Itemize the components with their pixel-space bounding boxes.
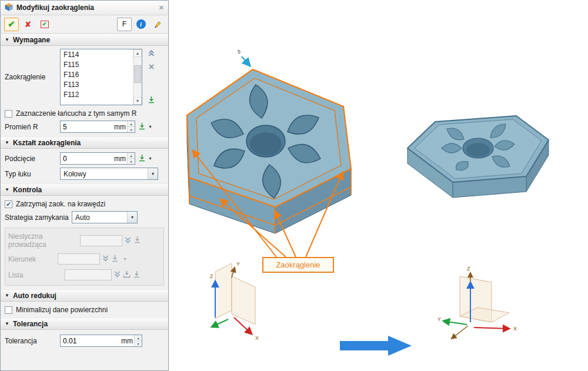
center-hole-shadow	[250, 132, 282, 156]
cancel-button[interactable]: ✘	[21, 18, 35, 31]
apply-button[interactable]: ✔	[37, 18, 52, 31]
spin-down-icon[interactable]: ▼	[128, 159, 135, 164]
direction-label: Kierunek	[8, 255, 55, 263]
scroll-track[interactable]	[133, 57, 142, 97]
setback-input[interactable]	[61, 153, 113, 164]
advanced-options-group: Niestyczna prowadząca	[5, 228, 164, 286]
collapse-triangle-icon: ▼	[5, 140, 9, 145]
apply-icon: ✔	[41, 21, 49, 28]
direction-input	[58, 253, 100, 265]
section-title: Wymagane	[13, 36, 50, 44]
section-header-ksztalt[interactable]: ▼ Kształt zaokrąglenia	[1, 136, 168, 149]
transform-arrow	[340, 336, 412, 356]
radius-field: mm ▲ ▼	[60, 121, 135, 133]
dialog-toolbar: ✔ ✘ ✔ F i	[1, 15, 168, 34]
dialog-titlebar: Modyfikuj zaokrąglenia ✕	[1, 1, 168, 15]
nontangent-label: Niestyczna prowadząca	[8, 232, 78, 249]
pick-radius-icon[interactable]	[138, 122, 146, 132]
tolerance-input[interactable]	[61, 335, 120, 346]
spin-up-icon[interactable]: ▲	[135, 335, 142, 341]
list-item[interactable]: F115	[61, 60, 133, 70]
radius-dim-text: 5	[238, 49, 240, 55]
minimize-surface-checkbox[interactable]	[5, 306, 12, 314]
list-item[interactable]: F112	[61, 90, 133, 100]
radius-unit: mm	[113, 121, 127, 132]
fillet-list-label: Zaokrąglenie	[5, 73, 60, 81]
scroll-down-icon[interactable]: ▼	[133, 97, 142, 105]
spin-down-icon[interactable]: ▼	[135, 341, 142, 346]
setback-spinner[interactable]: ▲ ▼	[127, 153, 135, 164]
model-after[interactable]	[407, 116, 549, 198]
fillet-dialog: Modyfikuj zaokrąglenia ✕ ✔ ✘ ✔ F i	[0, 0, 169, 371]
spin-up-icon[interactable]: ▲	[128, 121, 135, 127]
pick-icon-disabled	[133, 236, 141, 245]
clear-selection-icon[interactable]	[148, 63, 155, 72]
radius-spinner[interactable]: ▲ ▼	[127, 121, 135, 132]
section-header-kontrola[interactable]: ▼ Kontrola	[1, 183, 168, 196]
section-header-wymagane[interactable]: ▼ Wymagane	[1, 34, 168, 46]
tolerance-unit: mm	[120, 335, 134, 346]
pick-from-screen-icon[interactable]	[148, 96, 155, 105]
section-title: Auto redukuj	[13, 292, 56, 300]
arc-type-label: Typ łuku	[5, 170, 60, 178]
tolerance-spinner[interactable]: ▲ ▼	[134, 335, 142, 346]
part-cube-icon	[5, 3, 13, 13]
section-kontrola: ✔ Zatrzymaj zaok. na krawędzi Strategia …	[1, 196, 168, 289]
info-button[interactable]: i	[133, 18, 148, 31]
section-header-auto-redukuj[interactable]: ▼ Auto redukuj	[1, 289, 168, 302]
minimize-surface-label: Minimalizuj dane powierzchni	[16, 306, 108, 314]
section-header-tolerancja[interactable]: ▼ Tolerancja	[1, 317, 168, 330]
axis-label-x: X	[255, 335, 259, 341]
viewport-3d[interactable]: 5 Zaokrąglenie Z Y	[169, 0, 588, 371]
callout-text: Zaokrąglenie	[276, 260, 320, 269]
function-button[interactable]: F	[117, 18, 132, 31]
collapse-triangle-icon: ▼	[5, 187, 9, 192]
collapse-all-icon[interactable]	[148, 50, 155, 59]
direction-dropdown-icon: ▾	[121, 256, 129, 262]
cross-icon: ✘	[25, 20, 31, 29]
dialog-close-icon[interactable]: ✕	[159, 4, 164, 12]
ok-button[interactable]: ✔	[4, 18, 19, 31]
spin-up-icon[interactable]: ▲	[128, 153, 135, 159]
list-item[interactable]: F116	[61, 70, 133, 80]
list-scrollbar[interactable]: ▲ ▼	[133, 49, 142, 105]
function-label: F	[122, 20, 126, 28]
scroll-thumb[interactable]	[134, 65, 141, 83]
setback-unit: mm	[113, 153, 127, 164]
stop-at-edge-checkbox[interactable]: ✔	[5, 200, 12, 208]
expand-double-down-icon	[114, 270, 121, 279]
pick-icon-disabled	[111, 255, 119, 264]
chain-checkbox[interactable]	[5, 110, 12, 118]
list-item[interactable]: F113	[61, 80, 133, 90]
list-label: Lista	[8, 271, 62, 279]
cap-strategy-combobox[interactable]: Auto ▾	[72, 211, 138, 223]
chain-checkbox-label: Zaznaczenie łańcucha z tym samym R	[16, 109, 136, 118]
pick-icon-disabled	[133, 270, 141, 280]
expand-double-down-icon	[102, 255, 109, 263]
section-title: Kształt zaokrąglenia	[13, 139, 81, 147]
list-input	[65, 269, 112, 280]
setback-dropdown-icon[interactable]: ▾	[146, 156, 155, 161]
dialog-title: Modyfikuj zaokrąglenia	[16, 4, 155, 12]
chevron-down-icon[interactable]: ▾	[127, 212, 137, 223]
fillet-list[interactable]: F114 F115 F116 F113 F112 ▲ ▼	[60, 49, 142, 105]
scroll-up-icon[interactable]: ▲	[133, 49, 142, 57]
edit-button[interactable]	[150, 18, 165, 31]
expand-double-down-icon	[125, 236, 131, 245]
neg-axis-arrow	[212, 319, 228, 327]
radius-dimension: 5	[238, 49, 250, 66]
setback-label: Podcięcie	[5, 155, 60, 163]
spin-down-icon[interactable]: ▼	[128, 127, 135, 132]
pick-setback-icon[interactable]	[138, 154, 146, 163]
chevron-down-icon[interactable]: ▾	[148, 168, 158, 179]
diag-axis-arrow	[452, 326, 468, 339]
import-list-icon	[123, 270, 131, 280]
check-icon: ✔	[6, 201, 11, 208]
list-item[interactable]: F114	[61, 50, 133, 60]
arc-type-combobox[interactable]: Kołowy ▾	[60, 168, 158, 180]
radius-input[interactable]	[61, 121, 113, 132]
radius-dropdown-icon[interactable]: ▾	[146, 124, 155, 129]
section-ksztalt: Podcięcie mm ▲ ▼ ▾	[1, 149, 168, 183]
section-title: Tolerancja	[13, 320, 48, 328]
csys-triad-before: Z Y X	[210, 261, 259, 341]
